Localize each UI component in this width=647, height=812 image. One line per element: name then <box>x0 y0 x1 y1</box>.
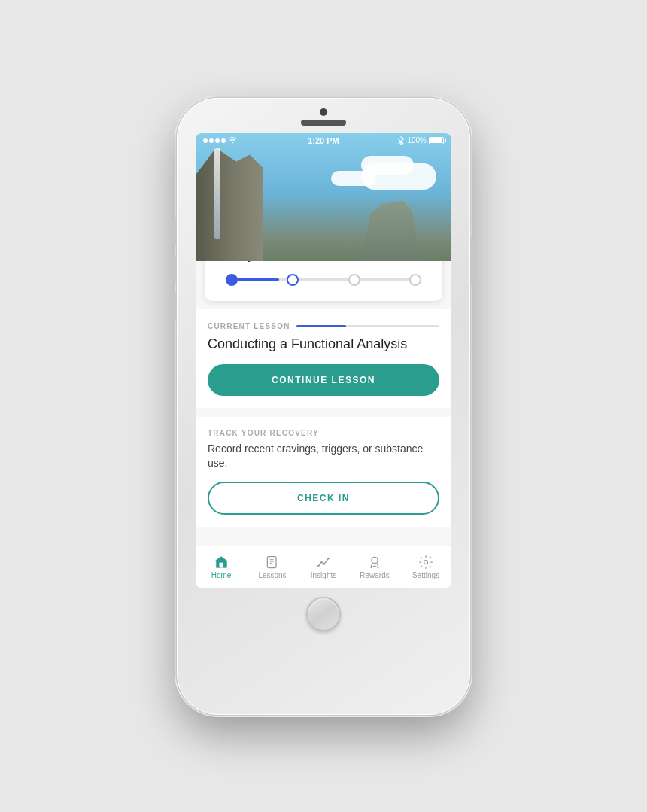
svg-point-9 <box>372 557 378 563</box>
bluetooth-icon <box>397 136 405 145</box>
svg-rect-0 <box>220 562 223 567</box>
home-button[interactable] <box>306 597 341 631</box>
svg-point-8 <box>327 557 330 559</box>
tab-rewards[interactable]: Rewards <box>349 555 400 579</box>
lesson-title: Conducting a Functional Analysis <box>208 336 439 352</box>
status-right: 100% <box>397 136 444 145</box>
tab-rewards-label: Rewards <box>360 571 389 579</box>
lesson-progress-fill <box>296 325 347 327</box>
goals-card-header: Weekly Lessons 5 days left <box>217 261 430 262</box>
phone-frame: 1:20 PM 100% <box>177 98 470 715</box>
battery-fill <box>430 138 442 143</box>
continue-lesson-button[interactable]: CONTINUE LESSON <box>208 364 439 396</box>
svg-rect-1 <box>267 556 276 567</box>
svg-point-7 <box>324 563 326 565</box>
signal-dot-4 <box>221 138 226 143</box>
waterfall <box>214 148 220 239</box>
insights-icon <box>316 555 331 570</box>
status-left <box>203 136 237 145</box>
signal-dot-2 <box>209 138 214 143</box>
cloud-1 <box>361 163 436 190</box>
current-lesson-section: CURRENT LESSON Conducting a Functional A… <box>196 309 451 408</box>
progress-dots <box>226 274 421 286</box>
progress-dot-4 <box>409 274 421 286</box>
current-lesson-label: CURRENT LESSON <box>208 322 439 330</box>
progress-track <box>217 272 430 287</box>
svg-point-5 <box>317 564 320 567</box>
status-time: 1:20 PM <box>308 136 339 145</box>
phone-top <box>177 98 470 126</box>
gear-icon <box>418 555 433 570</box>
svg-point-10 <box>424 560 428 564</box>
progress-dot-1 <box>226 274 238 286</box>
progress-dot-3 <box>348 274 360 286</box>
signal-dot-1 <box>203 138 208 143</box>
tab-insights[interactable]: Insights <box>298 555 349 579</box>
lesson-progress-bar <box>296 325 439 327</box>
battery-percent: 100% <box>407 136 427 144</box>
phone-screen: 1:20 PM 100% <box>196 133 451 588</box>
goals-card-title: Weekly Lessons <box>217 261 299 262</box>
front-camera <box>320 108 327 116</box>
tab-home[interactable]: Home <box>196 555 247 579</box>
book-icon <box>265 555 280 570</box>
wifi-icon <box>228 136 237 145</box>
home-icon <box>214 555 229 570</box>
status-bar: 1:20 PM 100% <box>196 133 451 148</box>
goals-card: Weekly Lessons 5 days left <box>205 261 442 301</box>
tab-lessons-label: Lessons <box>258 571 286 579</box>
speaker <box>301 120 346 126</box>
content-area: Weekly Lessons 5 days left <box>196 261 451 550</box>
tab-bar: Home Lessons <box>196 546 451 588</box>
tab-lessons[interactable]: Lessons <box>247 555 298 579</box>
tab-settings-label: Settings <box>412 571 439 579</box>
clouds <box>286 156 436 216</box>
battery-icon <box>429 137 444 144</box>
recovery-description: Record recent cravings, triggers, or sub… <box>208 442 439 471</box>
recovery-label: TRACK YOUR RECOVERY <box>208 429 439 437</box>
tab-insights-label: Insights <box>311 571 336 579</box>
recovery-section: TRACK YOUR RECOVERY Record recent cravin… <box>196 417 451 527</box>
signal-dots <box>203 138 226 143</box>
tab-settings[interactable]: Settings <box>400 555 451 579</box>
svg-point-6 <box>320 561 323 563</box>
progress-dot-2 <box>287 274 299 286</box>
rewards-icon <box>367 555 382 570</box>
check-in-button[interactable]: CHECK IN <box>208 482 439 515</box>
tab-home-label: Home <box>211 571 232 579</box>
signal-dot-3 <box>215 138 220 143</box>
